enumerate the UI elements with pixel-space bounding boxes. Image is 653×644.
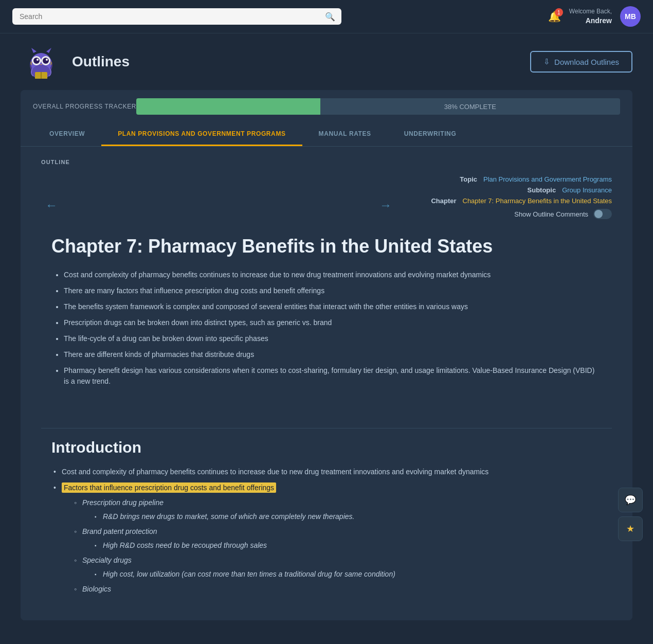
- download-icon: ⇩: [543, 57, 550, 66]
- sub-sub-specialty: High cost, low utilization (can cost mor…: [82, 569, 602, 580]
- search-container: 🔍: [12, 8, 341, 25]
- owl-logo: [21, 44, 62, 80]
- main-content: OVERALL PROGRESS TRACKER 38% COMPLETE OV…: [21, 90, 632, 620]
- chapter-bullets: Cost and complexity of pharmacy benefits…: [51, 270, 602, 387]
- subtopic-value: Group Insurance: [562, 186, 612, 194]
- tab-underwriting[interactable]: UNDERWRITING: [388, 123, 473, 146]
- sub-sub-item-2: High R&D costs need to be recouped throu…: [93, 540, 602, 551]
- page-title-section: Outlines ⇩ Download Outlines: [0, 33, 653, 90]
- notification-badge: 1: [555, 8, 563, 16]
- outline-header-label: OUTLINE: [41, 159, 612, 165]
- sub-item-specialty: Specialty drugs High cost, low utilizati…: [72, 555, 602, 580]
- sub-item-biologics: Biologics: [72, 584, 602, 595]
- progress-label: OVERALL PROGRESS TRACKER: [33, 103, 136, 110]
- subtopic-row: Subtopic Group Insurance: [416, 186, 612, 194]
- search-icon: 🔍: [325, 12, 335, 22]
- sub-item-prescription: Prescription drug pipeline R&D brings ne…: [72, 497, 602, 522]
- sub-sub-prescription: R&D brings new drugs to market, some of …: [82, 511, 602, 522]
- chapter-title: Chapter 7: Pharmacy Benefits in the Unit…: [51, 235, 602, 257]
- header: 🔍 🔔 1 Welcome Back, Andrew MB: [0, 0, 653, 33]
- chapter-bullet-4: Prescription drugs can be broken down in…: [64, 317, 602, 328]
- progress-bar: 38% COMPLETE: [136, 98, 620, 115]
- highlighted-text: Factors that influence prescription drug…: [62, 482, 276, 493]
- progress-fill: [136, 98, 320, 115]
- chapter-label: Chapter: [431, 197, 456, 205]
- svg-point-5: [43, 58, 49, 64]
- chapter-bullet-6: There are different kinds of pharmacies …: [64, 349, 602, 360]
- tab-plan-provisions[interactable]: PLAN PROVISIONS AND GOVERNMENT PROGRAMS: [101, 123, 302, 146]
- introduction-section: Introduction Cost and complexity of phar…: [21, 439, 632, 620]
- tabs-section: OVERVIEW PLAN PROVISIONS AND GOVERNMENT …: [21, 123, 632, 147]
- svg-point-6: [37, 59, 39, 61]
- nav-arrows: ← →: [21, 188, 416, 223]
- page-title: Outlines: [72, 53, 130, 70]
- user-name: Andrew: [586, 16, 612, 25]
- topic-row: Topic Plan Provisions and Government Pro…: [416, 175, 612, 183]
- show-comments-row: Show Outline Comments: [416, 209, 612, 219]
- search-input[interactable]: [12, 8, 341, 25]
- header-right: 🔔 1 Welcome Back, Andrew MB: [548, 6, 641, 27]
- show-comments-label: Show Outline Comments: [514, 210, 588, 218]
- floating-buttons: 💬 ★: [618, 488, 643, 541]
- toggle-knob: [594, 210, 603, 218]
- welcome-label: Welcome Back,: [569, 7, 612, 16]
- chapter-row: Chapter Chapter 7: Pharmacy Benefits in …: [416, 197, 612, 205]
- svg-marker-10: [46, 48, 51, 53]
- progress-section: OVERALL PROGRESS TRACKER 38% COMPLETE: [21, 90, 632, 123]
- topic-label: Topic: [460, 175, 477, 183]
- topic-value: Plan Provisions and Government Programs: [483, 175, 612, 183]
- chat-fab-button[interactable]: 💬: [618, 488, 643, 512]
- chapter-bullet-1: Cost and complexity of pharmacy benefits…: [64, 270, 602, 280]
- sub-list: Prescription drug pipeline R&D brings ne…: [62, 497, 602, 595]
- sub-sub-patent: High R&D costs need to be recouped throu…: [82, 540, 602, 551]
- avatar[interactable]: MB: [620, 6, 641, 27]
- show-comments-toggle[interactable]: [593, 209, 612, 219]
- subtopic-label: Subtopic: [528, 186, 556, 194]
- star-fab-button[interactable]: ★: [618, 516, 643, 541]
- owl-icon: [22, 45, 61, 79]
- chapter-content: Chapter 7: Pharmacy Benefits in the Unit…: [21, 223, 632, 418]
- svg-marker-9: [31, 48, 37, 53]
- intro-title: Introduction: [51, 439, 602, 456]
- meta-section: Topic Plan Provisions and Government Pro…: [416, 175, 612, 219]
- welcome-text: Welcome Back, Andrew: [569, 7, 612, 26]
- sub-sub-item-3: High cost, low utilization (can cost mor…: [93, 569, 602, 580]
- chapter-bullet-5: The life-cycle of a drug can be broken d…: [64, 333, 602, 344]
- next-arrow-button[interactable]: →: [375, 196, 396, 214]
- sub-item-patent: Brand patent protection High R&D costs n…: [72, 526, 602, 551]
- intro-bullet-2: Factors that influence prescription drug…: [51, 482, 602, 595]
- star-icon: ★: [626, 523, 634, 534]
- chapter-value: Chapter 7: Pharmacy Benefits in the Unit…: [463, 197, 612, 205]
- intro-bullet-list: Cost and complexity of pharmacy benefits…: [51, 467, 602, 595]
- chapter-bullet-7: Pharmacy benefit design has various cons…: [64, 365, 602, 387]
- outline-section: OUTLINE Topic Plan Provisions and Govern…: [21, 147, 632, 188]
- download-button-label: Download Outlines: [554, 58, 619, 66]
- notification-button[interactable]: 🔔 1: [548, 10, 561, 23]
- tab-manual-rates[interactable]: MANUAL RATES: [302, 123, 388, 146]
- svg-point-4: [33, 58, 40, 64]
- chapter-bullet-3: The benefits system framework is complex…: [64, 301, 602, 312]
- download-outlines-button[interactable]: ⇩ Download Outlines: [530, 51, 632, 73]
- progress-complete-label: 38% COMPLETE: [444, 103, 496, 111]
- intro-bullet-1: Cost and complexity of pharmacy benefits…: [51, 467, 602, 477]
- svg-point-7: [46, 59, 48, 61]
- chat-icon: 💬: [625, 494, 636, 506]
- section-divider: [41, 428, 612, 428]
- sub-sub-item-1: R&D brings new drugs to market, some of …: [93, 511, 602, 522]
- tab-overview[interactable]: OVERVIEW: [33, 123, 101, 146]
- chapter-bullet-2: There are many factors that influence pr…: [64, 285, 602, 296]
- prev-arrow-button[interactable]: ←: [41, 196, 62, 214]
- progress-remaining: 38% COMPLETE: [320, 98, 620, 115]
